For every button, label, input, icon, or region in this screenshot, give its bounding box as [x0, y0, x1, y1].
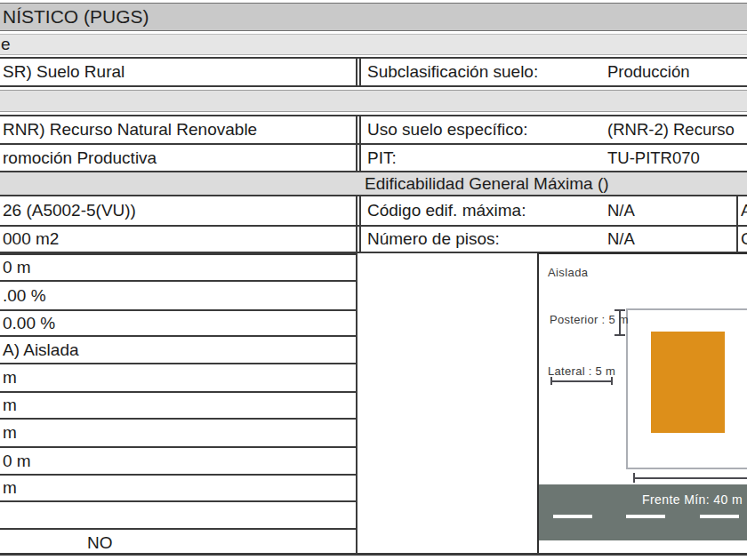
- informe-urbanistico-document: NÍSTICO (PUGS) e SR) Suelo Rural Subclas…: [0, 0, 747, 560]
- lateral-setback-label: Lateral : 5 m: [548, 364, 615, 378]
- left-row-no: NO: [0, 528, 357, 556]
- recurso-natural-text: RNR) Recurso Natural Renovable: [3, 120, 257, 140]
- uso-label: Uso suelo específico:: [367, 120, 528, 140]
- setback-diagram: Aislada Posterior : 5 m Lateral : 5 m Fr…: [537, 252, 747, 553]
- cell-next-column-partial-a: A: [741, 196, 747, 225]
- road-band: Frente Mín: 40 m: [539, 484, 747, 540]
- next-column-partial-text: C: [741, 229, 747, 249]
- pit-label: PIT:: [367, 148, 397, 168]
- cell-subclasificacion-value: Producción: [596, 59, 738, 85]
- cell-promocion: romoción Productiva: [0, 145, 357, 171]
- left-row-metros-4: 0 m: [0, 446, 357, 474]
- suelo-rural-text: SR) Suelo Rural: [3, 62, 124, 82]
- cell-uso-label: Uso suelo específico:: [359, 116, 596, 143]
- left-row-retiro-m: 0 m: [0, 253, 357, 280]
- frente-min-label: Frente Mín: 40 m: [642, 492, 743, 507]
- edificabilidad-section-title: Edificabilidad General Máxima (): [365, 174, 609, 194]
- table-row-uso-especifico: RNR) Recurso Natural Renovable Uso suelo…: [0, 115, 747, 143]
- road-lane-dash: [700, 515, 739, 518]
- frente-measure-line: [633, 477, 747, 479]
- promocion-text: romoción Productiva: [3, 148, 157, 168]
- table-row-numero-pisos: 000 m2 Número de pisos: N/A C: [0, 225, 747, 253]
- left-row-text: A) Aislada: [3, 340, 79, 360]
- posterior-measure-cap-bottom: [614, 334, 625, 336]
- cell-codigo-left: 26 (A5002-5(VU)): [0, 196, 357, 225]
- posterior-setback-label: Posterior : 5 m: [539, 313, 629, 326]
- left-row-porcentaje: .00 %: [0, 280, 357, 309]
- pisos-label: Número de pisos:: [367, 229, 500, 249]
- left-row-text: 0.00 %: [3, 314, 55, 333]
- left-row-text: 0 m: [3, 452, 31, 471]
- cell-pisos-value: N/A: [596, 227, 738, 252]
- cell-subclasificacion-label: Subclasificación suelo:: [359, 59, 596, 85]
- left-row-text: m: [3, 368, 17, 388]
- cell-pit-label: PIT:: [359, 145, 596, 171]
- road-lane-dash: [626, 515, 665, 518]
- report-title-partial: NÍSTICO (PUGS): [3, 6, 149, 28]
- left-row-metros-2: m: [0, 391, 357, 418]
- uso-value: (RNR-2) Recurso: [607, 120, 735, 140]
- cell-pit-value: TU-PITR070: [596, 145, 738, 171]
- left-row-metros-3: m: [0, 418, 357, 446]
- gray-spacer-row: [0, 90, 747, 112]
- table-row-pit: romoción Productiva PIT: TU-PITR070: [0, 143, 747, 171]
- left-row-empty: [0, 500, 357, 528]
- codigo-left-text: 26 (A5002-5(VU)): [3, 201, 136, 220]
- cell-recurso-natural: RNR) Recurso Natural Renovable: [0, 116, 357, 143]
- road-lane-dash: [553, 515, 592, 518]
- report-subtitle-band: e: [0, 34, 747, 55]
- cell-next-column-partial-c: C: [741, 227, 747, 252]
- left-row-text: m: [3, 478, 17, 498]
- next-column-partial-text: A: [741, 201, 747, 220]
- section-header-row: Edificabilidad General Máxima (): [0, 171, 747, 196]
- codigo-label: Código edif. máxima:: [367, 201, 526, 220]
- cell-uso-value: (RNR-2) Recurso: [596, 116, 738, 143]
- posterior-measure-stem: [619, 309, 621, 336]
- left-row-text: 0 m: [3, 258, 31, 277]
- table-bottom-border: [0, 553, 747, 556]
- cell-suelo-rural: SR) Suelo Rural: [0, 59, 357, 85]
- cell-pisos-left: 000 m2: [0, 227, 357, 252]
- pisos-value: N/A: [607, 229, 635, 249]
- lateral-measure-tick-right: [611, 377, 613, 385]
- left-row-aislada: A) Aislada: [0, 335, 357, 363]
- lateral-measure-line: [550, 380, 613, 382]
- report-title-band: NÍSTICO (PUGS): [0, 3, 747, 31]
- diagram-title-aislada: Aislada: [548, 266, 588, 279]
- codigo-value: N/A: [607, 201, 635, 220]
- table-row-subclasificacion: SR) Suelo Rural Subclasificación suelo: …: [0, 57, 747, 87]
- table-row-codigo-edif: 26 (A5002-5(VU)) Código edif. máxima: N/…: [0, 196, 747, 225]
- cell-codigo-value: N/A: [596, 196, 738, 225]
- left-row-metros-1: m: [0, 363, 357, 391]
- pit-value: TU-PITR070: [607, 148, 700, 168]
- cell-codigo-label: Código edif. máxima:: [359, 196, 596, 225]
- pisos-left-text: 000 m2: [3, 229, 59, 249]
- left-row-text: m: [3, 423, 17, 443]
- left-row-text: .00 %: [3, 286, 46, 306]
- building-footprint: [651, 332, 725, 433]
- left-row-text: NO: [87, 533, 113, 553]
- report-subtitle-partial: e: [1, 35, 11, 54]
- left-row-metros-5: m: [0, 474, 357, 500]
- cell-pisos-label: Número de pisos:: [359, 227, 596, 252]
- left-row-text: m: [3, 396, 17, 415]
- left-row-porcentaje-2: 0.00 %: [0, 309, 357, 335]
- subclasificacion-value: Producción: [607, 62, 690, 82]
- subclasificacion-label: Subclasificación suelo:: [367, 62, 538, 82]
